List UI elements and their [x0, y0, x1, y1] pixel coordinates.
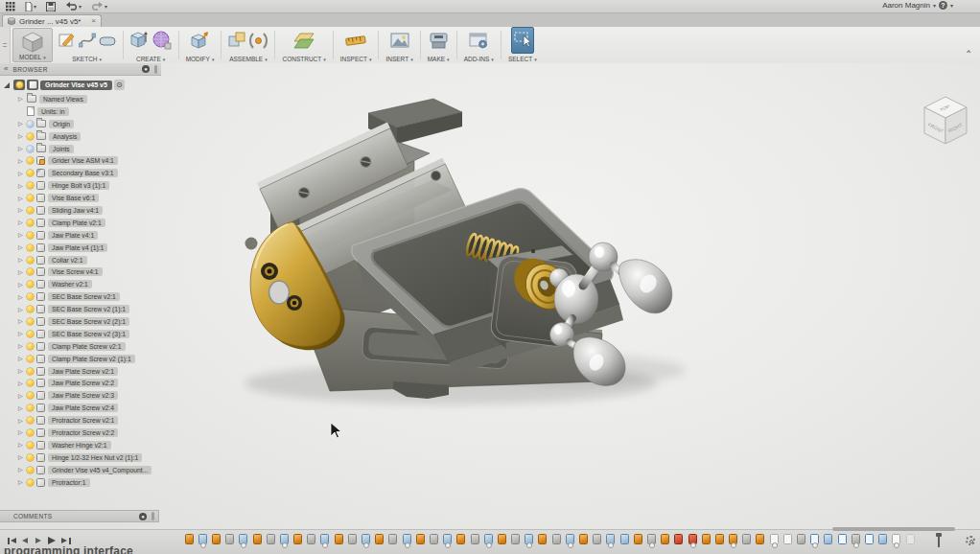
collapse-panel-icon[interactable]: «	[4, 65, 8, 73]
timeline-feature-icon[interactable]	[525, 534, 533, 544]
step-forward-button[interactable]	[35, 537, 44, 545]
browser-item-label[interactable]: Collar v2:1	[48, 256, 87, 265]
timeline-feature-icon[interactable]	[471, 534, 479, 544]
visibility-bulb-icon[interactable]	[27, 170, 34, 176]
visibility-bulb-icon[interactable]	[27, 195, 34, 201]
toolbar-group-label[interactable]: MODEL	[19, 54, 41, 60]
timeline-scrollbar[interactable]	[832, 527, 955, 531]
expand-arrow-icon[interactable]: ▷	[18, 356, 24, 361]
help-menu-caret[interactable]: ▾	[950, 3, 953, 9]
help-icon[interactable]: ?	[939, 1, 947, 10]
browser-item[interactable]: ▷Analysis	[0, 130, 182, 143]
browser-item[interactable]: ▷Washer v2:1	[0, 278, 182, 290]
expand-arrow-icon[interactable]: ▷	[18, 381, 24, 386]
timeline-feature-icon[interactable]	[824, 534, 832, 544]
browser-item-label[interactable]: SEC Base Screw v2 (2):1	[48, 317, 129, 326]
timeline-feature-icon[interactable]	[634, 534, 642, 544]
toolbar-group-label[interactable]: SKETCH	[72, 56, 97, 62]
browser-item-label[interactable]: Analysis	[49, 132, 81, 141]
undo-caret[interactable]: ▾	[79, 4, 82, 10]
browser-item-label[interactable]: SEC Base Screw v2:1	[48, 292, 120, 301]
comments-count-icon[interactable]: ●	[139, 513, 147, 520]
comments-bar[interactable]: COMMENTS ●	[0, 510, 159, 522]
timeline-feature-icon[interactable]	[239, 534, 247, 544]
apps-grid-icon[interactable]	[6, 2, 15, 12]
expand-arrow-icon[interactable]: ▷	[18, 121, 24, 127]
browser-item[interactable]: ▷Origin	[0, 118, 182, 130]
new-component-icon[interactable]	[228, 32, 246, 50]
browser-item-label[interactable]: Sliding Jaw v4:1	[48, 206, 103, 215]
expand-arrow-icon[interactable]: ▷	[18, 257, 24, 263]
toolbar-group-label[interactable]: MODIFY	[186, 56, 210, 62]
expand-arrow-icon[interactable]: ▷	[18, 307, 24, 312]
browser-item[interactable]: ▷Joints	[0, 143, 182, 155]
browser-item-label[interactable]: Vise Base v6:1	[48, 194, 99, 202]
timeline-playhead[interactable]	[938, 533, 940, 547]
visibility-bulb-icon[interactable]	[27, 121, 34, 127]
file-menu-caret[interactable]: ▾	[34, 4, 36, 10]
user-menu-caret[interactable]: ▾	[933, 3, 936, 9]
browser-item[interactable]: ▷Clamp Plate Screw v2:1	[0, 340, 182, 353]
toolbar-group-label[interactable]: MAKE	[428, 56, 445, 62]
visibility-bulb-icon[interactable]	[27, 244, 34, 251]
user-name[interactable]: Aaron Magnin	[882, 1, 930, 10]
tab-close-icon[interactable]: ×	[91, 17, 96, 25]
toolbar-group-model[interactable]: MODEL▾	[12, 28, 53, 62]
browser-item-label[interactable]: Secondary Base v3:1	[48, 169, 118, 177]
step-back-button[interactable]	[21, 537, 31, 545]
browser-item-label[interactable]: Clamp Plate Screw v2:1	[48, 342, 126, 351]
browser-item-label[interactable]: Clamp Plate Screw v2 (1):1	[48, 355, 135, 363]
browser-item-label[interactable]: Jaw Plate Screw v2:1	[48, 367, 118, 376]
root-expand-icon[interactable]	[4, 82, 10, 88]
expand-arrow-icon[interactable]: ▷	[18, 368, 24, 374]
visibility-bulb-icon[interactable]	[27, 417, 34, 424]
timeline-feature-icon[interactable]	[185, 534, 194, 544]
timeline-feature-icon[interactable]	[878, 534, 887, 544]
visibility-bulb-icon[interactable]	[27, 268, 34, 275]
measure-icon[interactable]	[345, 33, 366, 48]
browser-item-label[interactable]: Jaw Plate v4 (1):1	[48, 243, 107, 252]
browser-item[interactable]: ▷Jaw Plate Screw v2:2	[0, 377, 182, 389]
visibility-bulb-icon[interactable]	[27, 133, 34, 140]
construction-plane-icon[interactable]	[293, 32, 315, 50]
browser-item[interactable]: ▷Protractor:1	[0, 476, 182, 489]
timeline-feature-icon[interactable]	[865, 534, 874, 544]
timeline-feature-icon[interactable]	[756, 534, 764, 544]
expand-arrow-icon[interactable]: ▷	[18, 244, 24, 250]
skip-end-button[interactable]	[61, 537, 71, 545]
timeline-feature-icon[interactable]	[579, 534, 588, 544]
timeline-feature-icon[interactable]	[783, 534, 792, 544]
toolbar-group-inspect[interactable]: INSPECT▾	[337, 27, 376, 63]
browser-item[interactable]: ▷Protractor Screw v2:2	[0, 427, 182, 439]
timeline-feature-icon[interactable]	[770, 534, 779, 544]
visibility-bulb-icon[interactable]	[27, 257, 34, 264]
expand-arrow-icon[interactable]: ▷	[18, 207, 24, 213]
expand-arrow-icon[interactable]: ▷	[18, 269, 24, 275]
select-cursor-icon[interactable]	[513, 29, 532, 48]
timeline-feature-icon[interactable]	[388, 534, 397, 544]
save-icon[interactable]	[46, 2, 56, 12]
expand-arrow-icon[interactable]: ▷	[18, 442, 24, 448]
browser-item[interactable]: ▷Named Views	[0, 93, 182, 105]
visibility-bulb-icon[interactable]	[27, 454, 34, 461]
browser-item-label[interactable]: Named Views	[39, 95, 87, 104]
browser-item-label[interactable]: Origin	[49, 120, 74, 128]
browser-item-label[interactable]: Units: in	[37, 107, 69, 116]
timeline-feature-icon[interactable]	[430, 534, 438, 544]
timeline-feature-icon[interactable]	[538, 534, 547, 544]
insert-image-icon[interactable]	[390, 33, 409, 48]
toolbar-group-modify[interactable]: MODIFY▾	[182, 27, 219, 63]
press-pull-icon[interactable]	[191, 31, 210, 50]
file-menu-icon[interactable]: ▾	[25, 2, 36, 12]
expand-arrow-icon[interactable]: ▷	[18, 467, 24, 473]
browser-item[interactable]: ▷Jaw Plate v4 (1):1	[0, 242, 182, 254]
browser-item-label[interactable]: SEC Base Screw v2 (3):1	[48, 330, 129, 338]
browser-header[interactable]: « BROWSER ●	[0, 63, 161, 76]
new-body-icon[interactable]	[130, 31, 150, 50]
expand-arrow-icon[interactable]: ▷	[18, 418, 24, 424]
browser-item[interactable]: ▷Hinge 1/2-32 Hex Nut v2 (1):1	[0, 451, 182, 464]
expand-arrow-icon[interactable]: ▷	[18, 429, 24, 435]
timeline-feature-icon[interactable]	[661, 534, 669, 544]
timeline-feature-icon[interactable]	[797, 534, 805, 544]
timeline-feature-icon[interactable]	[552, 534, 561, 544]
